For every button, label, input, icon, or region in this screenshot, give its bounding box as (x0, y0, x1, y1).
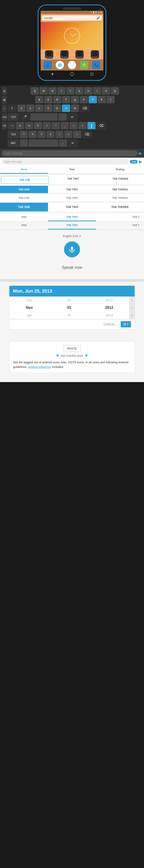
link-several-industries[interactable]: several industries (28, 365, 51, 369)
key-y[interactable]: y (75, 87, 83, 95)
key-shift[interactable]: ⇧ (7, 104, 17, 112)
side-key-excl[interactable]: ?!1 (2, 122, 7, 130)
key-u[interactable]: u (84, 87, 92, 95)
key-x[interactable]: x (26, 104, 35, 112)
key-abc[interactable]: ABC (7, 139, 19, 147)
key-a[interactable]: a (35, 96, 43, 104)
key-pound[interactable]: £ (16, 122, 24, 130)
key-closebracket[interactable]: ] (87, 122, 96, 130)
key-ellipsis[interactable]: ... (59, 139, 67, 147)
tab-v1-one[interactable]: TAB ONE (1, 176, 49, 184)
dock-phone[interactable]: 📞 (92, 61, 100, 69)
tab-testing[interactable]: Testing (96, 166, 144, 174)
key-i[interactable]: i (93, 87, 101, 95)
dock-contacts[interactable]: 👤 (44, 61, 52, 69)
key-h[interactable]: h (80, 96, 88, 104)
month-scroller[interactable]: Oct Nov Jan (9, 297, 49, 319)
search-bar[interactable]: Google 🎤 (42, 15, 102, 21)
key-space[interactable] (30, 113, 58, 121)
key-euro[interactable]: € (34, 122, 42, 130)
key-enter2[interactable]: ↵ (68, 139, 78, 147)
key-t[interactable]: t (66, 87, 74, 95)
dock-chrome[interactable]: 🌐 (56, 61, 64, 69)
tab-v4-two[interactable]: TAB TWO (48, 203, 96, 211)
send-button-dark[interactable]: ▶ (139, 151, 142, 156)
key-section[interactable]: § (46, 131, 55, 138)
side-key-num[interactable]: ?123 (2, 113, 7, 121)
key-num-switch2[interactable]: ?123 (7, 131, 19, 138)
side-key-q[interactable]: Q (2, 87, 7, 95)
tab-v2-three[interactable]: TAB THEREE (96, 186, 144, 193)
key-d[interactable]: d (53, 96, 61, 104)
tab-v1-two[interactable]: TAB TWO (49, 175, 97, 185)
tab-v2-two[interactable]: TAB TWO (48, 186, 96, 193)
key-r[interactable]: r (58, 87, 66, 95)
key-e[interactable]: e (48, 87, 57, 95)
tab-v4-one[interactable]: TAB ONE (0, 203, 48, 211)
tab-overflow-t[interactable]: TAB T (96, 213, 144, 221)
key-backslash[interactable]: \ (55, 131, 64, 138)
key-backspace[interactable]: ⌫ (80, 104, 90, 112)
key-underscore[interactable]: _ (61, 122, 69, 130)
paste-button[interactable]: PASTE (63, 345, 81, 352)
key-g[interactable]: g (71, 96, 79, 104)
key-o[interactable]: o (102, 87, 110, 95)
key-w[interactable]: w (40, 87, 48, 95)
day-scroller[interactable]: 30 01 05 (49, 297, 89, 319)
key-lt[interactable]: < (64, 131, 72, 138)
key-ntilde[interactable]: ñ (89, 96, 97, 104)
key-p[interactable]: p (111, 87, 119, 95)
key-b[interactable]: b (53, 104, 61, 112)
key-backspace2[interactable]: ⌫ (96, 122, 106, 130)
year-scroller[interactable]: 2011 2012 2013 (89, 297, 129, 319)
app-icon-4[interactable]: App Name. (91, 50, 99, 59)
message-input-dark[interactable]: Type message (2, 150, 138, 156)
key-copy[interactable]: © (37, 131, 46, 138)
message-input-white[interactable]: Type message (2, 159, 129, 164)
tab-overflow2-one[interactable]: ONE (0, 221, 48, 229)
send-button-white[interactable]: ▶ (139, 159, 142, 164)
tab-overflow2-two[interactable]: TAB TWO (48, 221, 96, 229)
tab-overflow-one[interactable]: ONE (0, 213, 48, 221)
key-backspace3[interactable]: ⌫ (82, 131, 92, 138)
app-icon-1[interactable]: App Name. (45, 50, 53, 59)
back-button[interactable] (49, 72, 55, 76)
key-c[interactable]: c (35, 104, 43, 112)
set-button[interactable]: Set (121, 321, 131, 328)
tab-overflow-two[interactable]: TAB TWO (48, 213, 96, 221)
tab-test[interactable]: Test (48, 166, 96, 174)
key-z[interactable]: z (17, 104, 26, 112)
key-m[interactable]: m (71, 104, 79, 112)
key-dot[interactable]: . (59, 113, 67, 121)
tab-rest[interactable]: Rest (0, 166, 48, 174)
key-tab[interactable]: →| (7, 122, 15, 130)
key-v[interactable]: v (44, 104, 52, 112)
key-quote[interactable]: " (20, 139, 28, 147)
key-enter[interactable]: ↵ (67, 113, 77, 121)
side-key-at[interactable]: @ (2, 96, 7, 104)
key-k[interactable]: k (98, 96, 106, 104)
side-key-equals[interactable]: = (2, 104, 7, 112)
key-equals2[interactable]: = (70, 122, 78, 130)
key-caret[interactable]: • (43, 122, 51, 130)
cancel-button[interactable]: Cancel (101, 321, 118, 328)
key-f[interactable]: f (62, 96, 70, 104)
key-reg[interactable]: ® (29, 131, 37, 138)
key-gt[interactable]: > (73, 131, 81, 138)
tab-overflow2-tab[interactable]: TAB T (96, 221, 144, 229)
key-tm[interactable]: ™ (20, 131, 28, 138)
tab-v3-one[interactable]: TAB ONE (0, 194, 48, 202)
dock-emoji[interactable]: 😊 (80, 61, 88, 69)
app-icon-3[interactable]: App Name. (75, 50, 84, 59)
mic-button[interactable] (64, 241, 80, 257)
tab-v1-three[interactable]: TAB THEREE (97, 175, 144, 185)
tab-v3-two[interactable]: TAB TWO (48, 194, 96, 202)
dock-apps[interactable]: ⋯ (68, 61, 76, 69)
app-icon-2[interactable]: App Name. (60, 50, 69, 59)
home-button[interactable] (69, 72, 75, 76)
key-num-switch[interactable]: ?123 (7, 113, 19, 121)
tab-v4-three[interactable]: TAB THEREE (96, 203, 144, 211)
mic-icon[interactable]: 🎤 (97, 16, 100, 20)
key-n[interactable]: n (62, 104, 70, 112)
key-s[interactable]: s (44, 96, 52, 104)
